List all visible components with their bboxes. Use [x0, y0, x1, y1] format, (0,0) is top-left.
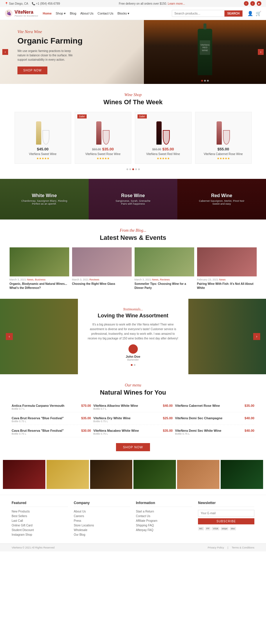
blog-title: Latest News & Events [6, 234, 260, 242]
blog-section: From the Blog... Latest News & Events Ma… [0, 220, 266, 299]
product-dot-5[interactable] [138, 168, 140, 170]
footer-afterpay[interactable]: Afterpay FAQ [136, 528, 192, 532]
search-input[interactable] [172, 10, 224, 17]
nav-blocks[interactable]: Blocks ▾ [117, 12, 129, 15]
hero-next-button[interactable]: › [258, 49, 264, 55]
footer-careers[interactable]: Careers [74, 515, 130, 518]
menu-price-5: $25.00 [163, 416, 173, 420]
terms-link[interactable]: Terms & Conditions [232, 546, 254, 549]
logo[interactable]: 🍇 ViteNera Passion for Excellence [5, 9, 38, 17]
testimonial-avatar [128, 344, 138, 354]
newsletter-email-input[interactable] [198, 510, 254, 517]
menu-name-7: Cava Brut Reserva "Blue Festival" [12, 429, 64, 432]
menu-desc-1: Bottle 0.7 L [12, 407, 65, 410]
menu-desc-8: Bottle 0.75 L [93, 432, 139, 435]
nav-home[interactable]: Home [43, 12, 52, 15]
nav-about[interactable]: About Us [80, 12, 93, 15]
footer-student-discount[interactable]: Student Discount [12, 528, 68, 532]
testimonial-dot-2[interactable] [134, 364, 135, 366]
product-price-1: $45.00 [18, 147, 67, 151]
red-wine-title: Red Wine [211, 193, 232, 198]
menu-item-5: ViteNera Dry White Wine Bottle 0.75 L $2… [93, 415, 173, 425]
blog-post-3[interactable]: March 3, 2021 News, Reviews Sommelier Ti… [135, 247, 194, 290]
footer-press[interactable]: Press [74, 519, 130, 522]
instagram-image-4[interactable] [133, 460, 176, 489]
youtube-icon[interactable]: ▶ [257, 1, 261, 6]
footer-new-products[interactable]: New Products [12, 510, 68, 513]
testimonial-section: ‹ Testimonials... Loving the Wine Assort… [0, 299, 266, 374]
cart-icon[interactable]: 🛒 [256, 11, 261, 16]
hero-shop-button[interactable]: SHOP NOW [17, 66, 47, 74]
footer: Featured New Products Best Sellers Last … [0, 495, 266, 544]
blog-post-2[interactable]: March 3, 2021 Reviews Choosing the Right… [72, 247, 132, 290]
instagram-image-2[interactable] [47, 460, 89, 489]
top-bar: 📍 San Diego, CA 📞 +1 (954) 456-6789 Free… [0, 0, 266, 7]
facebook-icon[interactable]: f [244, 1, 249, 6]
nav-blog[interactable]: Blog [70, 12, 76, 15]
product-card-1[interactable]: $45.00 ViteNera Sweet Wine ★★★★★ [15, 112, 71, 164]
footer-gift-card[interactable]: Online Gift Card [12, 524, 68, 527]
hero-image: ViteNeraRED WINE [144, 20, 266, 84]
rose-wine-category[interactable]: Rose Wine Sangiovese, Syrah, GrenachePai… [89, 179, 177, 220]
product-image-2 [78, 116, 128, 145]
hero-dot-1[interactable] [201, 80, 203, 82]
bottle-icon-3 [156, 121, 162, 145]
product-card-3[interactable]: Sale! $60.00$35.00 ViteNera Sweet Red Wi… [135, 112, 192, 164]
product-dot-4[interactable] [135, 168, 137, 170]
instagram-image-1[interactable] [3, 460, 45, 489]
menu-item-info-6: ViteNera Demi Sec Champagne [175, 416, 222, 420]
footer-affiliate[interactable]: Affiliate Program [136, 519, 192, 522]
white-wine-category[interactable]: White Wine Chardonnay, Sauvignon Blanc, … [0, 179, 89, 220]
testimonial-dot-1[interactable] [131, 364, 133, 366]
nav-shop[interactable]: Shop ▾ [56, 12, 66, 15]
product-name-2: ViteNera Sweet Rose Wine [78, 152, 128, 156]
footer-contact[interactable]: Contact Us [136, 515, 192, 518]
account-icon[interactable]: 👤 [247, 11, 253, 16]
footer-instagram-shop[interactable]: Instagram Shop [12, 533, 68, 536]
twitter-icon[interactable]: t [250, 1, 255, 6]
blog-post-4[interactable]: February 23, 2021 News Pairing Wine With… [197, 247, 257, 290]
product-card-4[interactable]: $55.00 ViteNera Cabernet Rose Wine ★★★★★ [195, 112, 252, 164]
hero-dot-3[interactable] [207, 80, 209, 82]
stripe-icon: stripe [221, 527, 229, 530]
footer-shipping[interactable]: Shipping FAQ [136, 524, 192, 527]
nav-contact[interactable]: Contact Us [98, 12, 113, 15]
blog-post-1[interactable]: March 3, 2021 News, Business Organic, Bi… [10, 247, 69, 290]
promo-link[interactable]: Learn more... [168, 2, 185, 5]
footer-wholesale[interactable]: Wholesale [74, 528, 130, 532]
footer-company: Company About Us Careers Press Store Loc… [74, 501, 130, 538]
product-card-2[interactable]: Sale! $60.00$35.00 ViteNera Sweet Rose W… [75, 112, 131, 164]
wine-categories: White Wine Chardonnay, Sauvignon Blanc, … [0, 179, 266, 220]
hero-prev-button[interactable]: ‹ [2, 49, 8, 55]
bottle-icon-1 [36, 121, 41, 145]
menu-title: Natural Wines for You [12, 389, 254, 396]
instagram-image-5[interactable] [177, 460, 219, 489]
search-button[interactable]: SEARCH [224, 10, 242, 17]
product-dot-3[interactable] [132, 168, 134, 170]
footer-last-call[interactable]: Last Call [12, 519, 68, 522]
hero-dot-2[interactable] [204, 80, 206, 82]
product-dot-1[interactable] [126, 168, 128, 170]
red-wine-category[interactable]: Red Wine Cabernet Sauvignon, Merlot, Pin… [177, 179, 266, 220]
menu-name-1: Antica Formula Carpano Vermouth [12, 404, 65, 407]
blog-title-1: Organic, Biodynamic and Natural Wines...… [10, 282, 69, 290]
privacy-policy-link[interactable]: Privacy Policy [208, 546, 224, 549]
footer-best-sellers[interactable]: Best Sellers [12, 515, 68, 518]
wines-title: Wines Of The Week [6, 98, 260, 106]
footer-store-locations[interactable]: Store Locations [74, 524, 130, 527]
newsletter-subscribe-button[interactable]: SUBSCRIBE [198, 518, 254, 524]
location: 📍 San Diego, CA [5, 2, 28, 5]
footer-blog[interactable]: Our Blog [74, 533, 130, 536]
testimonial-next-button[interactable]: › [253, 333, 260, 340]
menu-shop-button[interactable]: SHOP NOW [116, 443, 150, 451]
instagram-image-3[interactable] [90, 460, 133, 489]
product-dot-2[interactable] [129, 168, 131, 170]
testimonial-title: Loving the Wine Assortment [87, 313, 180, 319]
menu-price-7: $30.00 [81, 429, 91, 432]
footer-return[interactable]: Start a Return [136, 510, 192, 513]
instagram-image-6[interactable] [221, 460, 263, 489]
header-icons: 👤 🛒 [247, 11, 261, 16]
blog-subtitle: From the Blog... [6, 228, 260, 233]
footer-about[interactable]: About Us [74, 510, 130, 513]
testimonial-prev-button[interactable]: ‹ [6, 333, 13, 340]
